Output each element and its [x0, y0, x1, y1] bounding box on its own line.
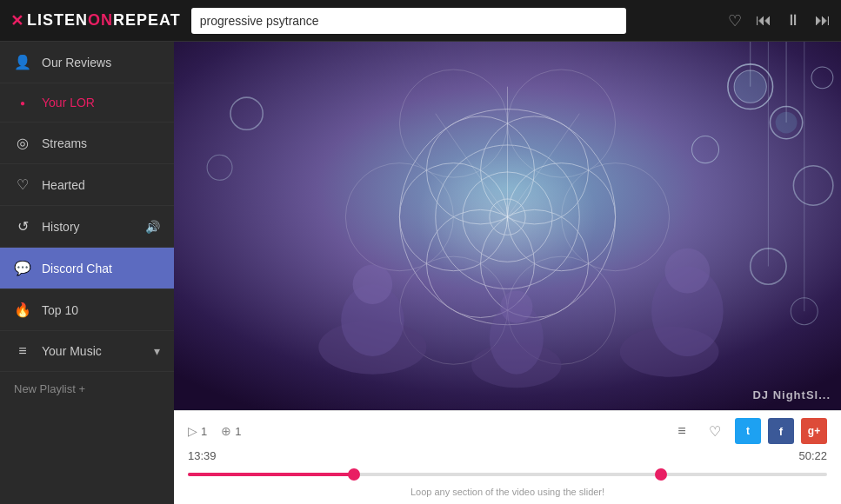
gplus-share-button[interactable]: g+	[801, 418, 827, 444]
sidebar-item-discord-chat[interactable]: 💬 Discord Chat	[0, 248, 174, 289]
play-icon: ▷	[188, 424, 197, 438]
sidebar: 👤 Our Reviews ● Your LOR ◎ Streams ♡ Hea…	[0, 42, 174, 504]
content: DJ NightSl... ▷ 1 ⊕ 1 ≡ ♡	[174, 42, 841, 504]
video-background: DJ NightSl...	[174, 42, 841, 410]
progress-track[interactable]	[188, 473, 827, 476]
player-bar: ▷ 1 ⊕ 1 ≡ ♡ t f g+ 13:39	[174, 410, 841, 504]
logo-area: ✕ LISTENONREPEAT	[10, 11, 181, 30]
collapse-icon[interactable]: ▾	[154, 344, 160, 358]
artwork-svg	[174, 42, 841, 410]
sidebar-item-our-reviews[interactable]: 👤 Our Reviews	[0, 42, 174, 83]
top10-icon: 🔥	[14, 302, 31, 318]
time-display: 13:39 50:22	[188, 449, 827, 462]
logo-listen: LISTEN	[27, 11, 88, 29]
player-top: ▷ 1 ⊕ 1 ≡ ♡ t f g+	[188, 418, 827, 444]
time-total: 50:22	[798, 449, 827, 462]
person-icon: 👤	[14, 54, 31, 70]
discord-icon: 💬	[14, 260, 31, 276]
sidebar-item-hearted[interactable]: ♡ Hearted	[0, 164, 174, 206]
play-stats: ▷ 1 ⊕ 1	[188, 424, 241, 438]
svg-point-34	[500, 290, 532, 322]
volume-icon: 🔊	[145, 220, 160, 234]
play-count-stat: ▷ 1	[188, 424, 207, 438]
player-actions: ≡ ♡ t f g+	[669, 418, 827, 444]
main: 👤 Our Reviews ● Your LOR ◎ Streams ♡ Hea…	[0, 42, 841, 504]
new-playlist-button[interactable]: New Playlist +	[0, 372, 174, 406]
video-watermark: DJ NightSl...	[752, 388, 831, 401]
svg-point-31	[353, 264, 393, 304]
sidebar-item-your-music[interactable]: ≡ Your Music ▾	[0, 331, 174, 372]
sidebar-label-our-reviews: Our Reviews	[42, 56, 111, 70]
loop-hint: Loop any section of the video using the …	[188, 487, 827, 497]
sidebar-item-history[interactable]: ↺ History 🔊	[0, 206, 174, 248]
close-icon[interactable]: ✕	[10, 11, 23, 30]
logo-on: ON	[88, 11, 113, 29]
progress-container[interactable]	[188, 466, 827, 483]
sidebar-label-hearted: Hearted	[42, 178, 85, 192]
twitter-share-button[interactable]: t	[735, 418, 761, 444]
sidebar-label-discord-chat: Discord Chat	[42, 262, 112, 275]
sidebar-item-top-10[interactable]: 🔥 Top 10	[0, 289, 174, 331]
streams-icon: ◎	[14, 135, 31, 151]
sidebar-label-your-music: Your Music	[42, 344, 154, 358]
logo-text: LISTENONREPEAT	[27, 11, 181, 30]
hearted-icon: ♡	[14, 176, 31, 193]
play-count: 1	[201, 425, 207, 438]
logo-repeat: REPEAT	[113, 11, 181, 29]
heart-count-stat: ⊕ 1	[221, 424, 241, 438]
heart-count: 1	[235, 425, 241, 438]
progress-handle-right[interactable]	[655, 468, 667, 481]
your-music-icon: ≡	[14, 343, 31, 359]
progress-fill	[188, 473, 354, 476]
svg-point-37	[664, 249, 710, 294]
prev-icon[interactable]: ⏮	[756, 11, 771, 30]
sidebar-item-your-lor[interactable]: ● Your LOR	[0, 83, 174, 123]
time-current: 13:39	[188, 449, 217, 462]
header-controls: ♡ ⏮ ⏸ ⏭	[728, 11, 831, 30]
stat-heart-icon: ⊕	[221, 424, 231, 438]
history-icon: ↺	[14, 218, 31, 235]
heart-icon[interactable]: ♡	[728, 11, 742, 30]
play-pause-icon[interactable]: ⏸	[785, 11, 801, 30]
sidebar-label-history: History	[42, 220, 80, 234]
header: ✕ LISTENONREPEAT ♡ ⏮ ⏸ ⏭	[0, 0, 841, 42]
progress-handle-left[interactable]	[348, 468, 360, 481]
next-icon[interactable]: ⏭	[815, 11, 831, 30]
sidebar-item-streams[interactable]: ◎ Streams	[0, 123, 174, 164]
playlist-action-icon[interactable]: ≡	[669, 418, 695, 444]
search-input[interactable]	[191, 8, 626, 34]
sidebar-label-your-lor: Your LOR	[42, 96, 95, 109]
facebook-share-button[interactable]: f	[768, 418, 794, 444]
lor-icon: ●	[14, 98, 31, 108]
sidebar-label-top-10: Top 10	[42, 303, 78, 317]
sidebar-label-streams: Streams	[42, 136, 87, 150]
video-container: DJ NightSl...	[174, 42, 841, 410]
heart-action-icon[interactable]: ♡	[702, 418, 728, 444]
